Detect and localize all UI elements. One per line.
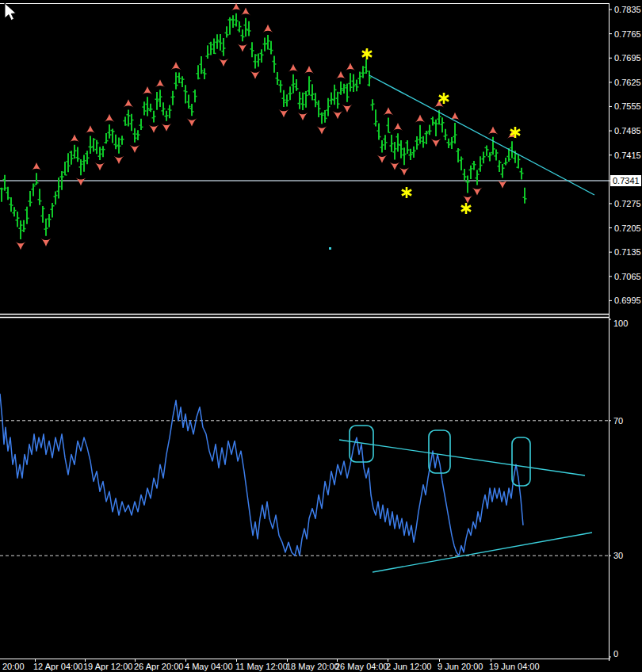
fractal-up-icon (105, 114, 115, 122)
fractal-down-icon (219, 59, 229, 67)
fractal-down-icon (41, 239, 52, 246)
time-axis-label: 12 Apr 04:00 (33, 662, 82, 671)
fractal-up-icon (263, 25, 273, 32)
fractal-down-icon (162, 124, 172, 132)
fractal-down-icon (390, 162, 400, 170)
price-axis-label: 0.7555 (614, 101, 641, 111)
fractal-down-icon (399, 167, 410, 175)
chart-window: 0.78350.77650.76950.76250.75550.74850.74… (0, 0, 642, 672)
asterisk-marker[interactable] (362, 48, 372, 59)
rsi-axis-label: 100 (613, 319, 628, 328)
price-axis-label: 0.7835 (614, 5, 641, 14)
price-axis-label: 0.7415 (614, 151, 641, 160)
fractal-down-icon (187, 118, 197, 126)
fractal-up-icon (124, 99, 134, 107)
fractal-up-icon (415, 115, 426, 123)
time-axis-label: 19 Apr 12:00 (83, 662, 132, 671)
asterisk-marker[interactable] (439, 93, 449, 104)
time-axis-label: 18 May 20:00 (286, 662, 339, 671)
time-axis-label: 20:00 (2, 662, 25, 671)
fractal-up-icon (488, 127, 499, 135)
rsi-axis-label: 30 (613, 551, 623, 560)
fractal-up-icon (346, 63, 356, 71)
asterisk-marker[interactable] (461, 203, 471, 214)
fractal-down-icon (114, 156, 124, 164)
time-axis-label: 2 Jun 12:00 (386, 662, 432, 671)
rsi-axis-label: 0 (613, 649, 618, 659)
rsi-upper-trendline[interactable] (339, 440, 585, 475)
fractal-down-icon (377, 155, 388, 163)
price-axis-label: 0.7275 (614, 199, 641, 208)
fractal-down-icon (317, 126, 327, 134)
fractal-up-icon (70, 134, 80, 142)
time-axis-label: 26 May 04:00 (335, 662, 388, 671)
fractal-up-icon (143, 86, 153, 94)
fractal-down-icon (76, 178, 86, 185)
time-axis-label: 19 Jun 04:00 (489, 662, 540, 671)
current-price-box: 0.7341 (610, 175, 641, 186)
fractal-down-icon (431, 139, 441, 147)
time-axis-label: 9 Jun 20:00 (438, 662, 483, 671)
price-axis-label: 0.7135 (614, 247, 641, 257)
fractal-up-icon (393, 123, 403, 131)
mouse-cursor-icon (4, 3, 20, 24)
rsi-axis-label: 70 (613, 416, 623, 426)
time-axis-label: 4 May 04:00 (185, 662, 233, 671)
price-axis-label: 0.6995 (614, 296, 641, 305)
price-axis-label: 0.7625 (614, 78, 641, 87)
fractal-up-icon (304, 66, 315, 74)
time-axis-label: 11 May 12:00 (235, 662, 288, 671)
object-anchor-dot[interactable] (329, 247, 331, 250)
asterisk-marker[interactable] (402, 187, 411, 198)
price-axis-label: 0.7065 (614, 272, 641, 281)
fractal-down-icon (342, 105, 353, 113)
fractal-down-icon (95, 162, 105, 170)
fractal-up-icon (86, 125, 96, 133)
fractal-down-icon (279, 109, 289, 117)
fractal-down-icon (333, 111, 343, 119)
fractal-up-icon (32, 162, 42, 170)
price-axis-label: 0.7695 (614, 53, 641, 63)
current-price-label: 0.7341 (613, 176, 640, 185)
fractal-up-icon (289, 64, 299, 72)
rsi-highlight-rectangle[interactable] (512, 437, 530, 486)
fractal-up-icon (241, 8, 251, 16)
chart-canvas[interactable]: 0.78350.77650.76950.76250.75550.74850.74… (0, 0, 642, 672)
fractal-down-icon (238, 44, 248, 52)
time-axis-label: 26 Apr 20:00 (134, 662, 183, 671)
fractal-up-icon (171, 62, 182, 70)
fractal-down-icon (149, 124, 159, 132)
price-axis-label: 0.7485 (614, 126, 641, 136)
fractal-up-icon (231, 3, 242, 11)
price-axis-label: 0.7205 (614, 223, 641, 233)
fractal-down-icon (250, 71, 261, 78)
rsi-lower-trendline[interactable] (373, 533, 592, 572)
fractal-up-icon (155, 79, 166, 87)
fractal-up-icon (384, 107, 394, 115)
price-trendline[interactable] (369, 75, 594, 195)
price-bars-series (0, 13, 527, 239)
fractal-down-icon (463, 196, 473, 204)
price-axis-label: 0.7765 (614, 29, 641, 39)
fractal-down-icon (16, 242, 26, 250)
fractal-down-icon (498, 180, 508, 188)
rsi-line (0, 394, 523, 556)
fractal-down-icon (472, 187, 483, 195)
fractal-down-icon (298, 113, 308, 120)
fractal-up-icon (336, 71, 346, 79)
fractal-down-icon (130, 145, 140, 153)
rsi-highlight-rectangle[interactable] (429, 430, 450, 473)
